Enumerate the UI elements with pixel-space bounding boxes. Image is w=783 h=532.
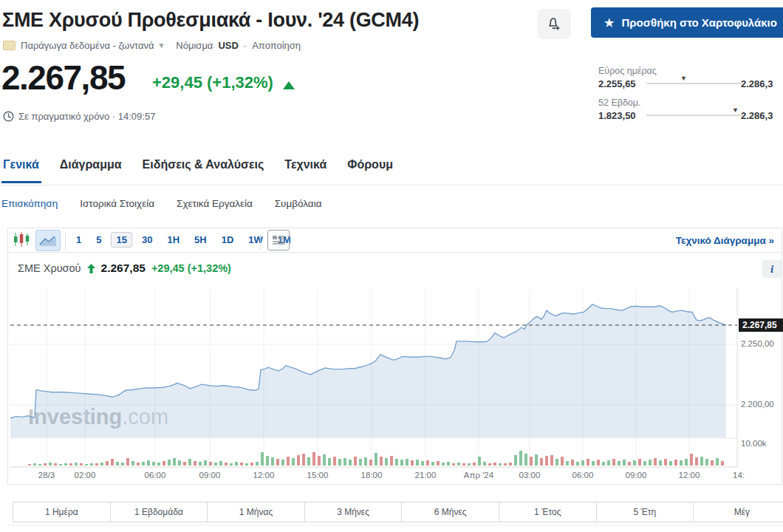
volume-bar — [442, 463, 445, 466]
volume-bar — [659, 460, 662, 466]
volume-bar — [705, 459, 708, 466]
volume-bar — [493, 463, 496, 466]
volume-bar — [69, 463, 72, 466]
volume-bar — [530, 457, 533, 466]
volume-bar — [28, 464, 31, 466]
volume-bar — [292, 458, 295, 466]
volume-bar — [137, 463, 140, 466]
volume-bar — [462, 463, 465, 466]
volume-bar — [602, 462, 605, 466]
price-area-fill — [10, 304, 726, 437]
volume-bar — [131, 461, 134, 466]
volume-bar — [607, 460, 610, 466]
range-max[interactable]: Μέγ — [694, 502, 783, 522]
volume-bar — [674, 460, 677, 466]
volume-bar — [126, 458, 129, 466]
volume-bar — [499, 463, 502, 466]
volume-bar — [524, 454, 527, 466]
volume-bar — [452, 463, 455, 466]
volume-bar — [199, 462, 202, 466]
volume-bar — [421, 461, 424, 466]
volume-bar — [540, 458, 543, 466]
volume-bar — [535, 454, 538, 466]
volume-bar — [514, 455, 517, 466]
current-price-badge: 2.267,85 — [739, 318, 783, 332]
volume-bar — [390, 456, 393, 466]
volume-bar — [587, 459, 589, 466]
volume-bar — [711, 460, 714, 466]
volume-bar — [95, 463, 98, 466]
range-1year[interactable]: 1 Έτος — [499, 502, 597, 522]
volume-bar — [571, 460, 574, 466]
volume-bar — [343, 458, 346, 466]
volume-bar — [116, 462, 119, 466]
volume-bar — [38, 464, 41, 466]
range-3months[interactable]: 3 Μήνες — [305, 502, 403, 522]
volume-bar — [64, 463, 67, 466]
volume-bar — [147, 460, 150, 466]
volume-bar — [111, 459, 114, 466]
volume-bar — [592, 461, 595, 466]
volume-bar — [566, 461, 569, 466]
volume-bar — [623, 460, 626, 466]
volume-bar — [307, 457, 310, 466]
volume-bar — [163, 461, 165, 466]
volume-bar — [380, 457, 383, 466]
volume-bar — [488, 463, 491, 466]
volume-bar — [364, 457, 367, 466]
volume-bar — [431, 462, 434, 466]
range-1week[interactable]: 1 Εβδομάδα — [111, 502, 208, 522]
volume-bar — [100, 463, 103, 466]
volume-bar — [90, 463, 93, 466]
volume-bar — [80, 463, 83, 466]
time-range-buttons: 1 Ημέρα 1 Εβδομάδα 1 Μήνας 3 Μήνες 6 Μήν… — [13, 502, 783, 522]
volume-bar — [581, 460, 584, 466]
volume-bar — [44, 463, 47, 466]
volume-bar — [178, 460, 181, 466]
volume-bar — [230, 463, 233, 466]
volume-bar — [245, 463, 248, 466]
volume-bar — [395, 459, 398, 466]
volume-bar — [633, 460, 636, 466]
volume-bar — [214, 463, 217, 466]
volume-bar — [33, 463, 36, 466]
volume-bar — [302, 454, 305, 466]
volume-bar — [483, 462, 486, 466]
volume-bar — [457, 463, 460, 466]
volume-bar — [519, 451, 522, 466]
range-1day[interactable]: 1 Ημέρα — [13, 502, 111, 522]
volume-bar — [49, 463, 52, 466]
volume-bar — [385, 458, 388, 466]
volume-bar — [478, 457, 481, 466]
volume-bar — [416, 460, 419, 466]
volume-bar — [297, 455, 300, 466]
volume-bar — [333, 457, 336, 466]
volume-bar — [256, 462, 259, 466]
volume-bar — [664, 459, 667, 466]
volume-bar — [266, 456, 269, 466]
range-6months[interactable]: 6 Μήνες — [402, 502, 499, 522]
volume-bar — [359, 459, 362, 466]
volume-bar — [276, 459, 279, 466]
volume-bar — [369, 460, 372, 466]
volume-bar — [545, 456, 548, 466]
range-1month[interactable]: 1 Μήνας — [208, 502, 305, 522]
volume-bar — [152, 462, 155, 466]
volume-bar — [700, 457, 703, 466]
range-5years[interactable]: 5 Έτη — [597, 502, 694, 522]
volume-bar — [142, 462, 145, 466]
price-chart[interactable] — [0, 0, 783, 532]
volume-bar — [426, 460, 429, 466]
volume-bar — [628, 462, 631, 466]
volume-bar — [318, 456, 321, 466]
volume-bar — [312, 452, 315, 466]
volume-bar — [85, 464, 88, 466]
volume-bar — [240, 463, 243, 466]
volume-bar — [281, 460, 284, 466]
volume-bar — [618, 461, 620, 466]
volume-bar — [328, 458, 331, 466]
volume-bar — [690, 454, 693, 466]
volume-bar — [168, 460, 171, 466]
volume-bar — [411, 460, 414, 466]
volume-bar — [59, 464, 62, 466]
